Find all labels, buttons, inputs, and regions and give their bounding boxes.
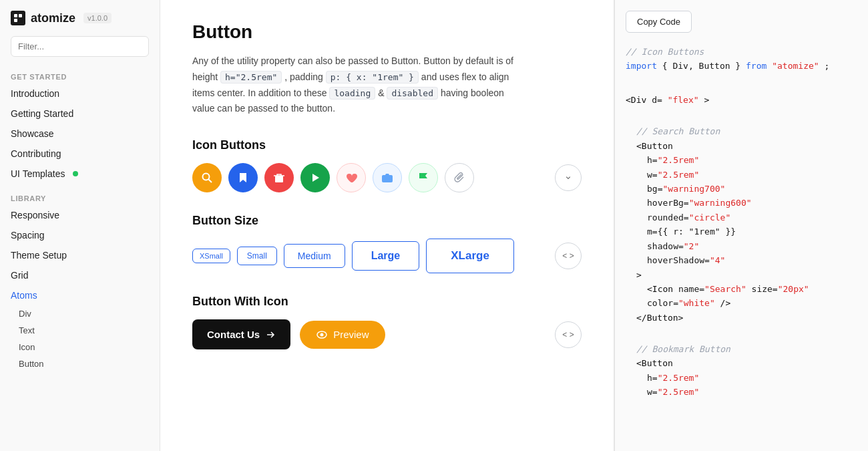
code-div-tag: <Div	[626, 95, 652, 105]
code-panel: Copy Code // Icon Buttons import { Div, …	[614, 0, 868, 451]
code-button-open: <Button	[636, 141, 673, 151]
svg-line-4	[209, 180, 212, 183]
size-btn-large[interactable]: Large	[352, 241, 420, 271]
icon-btn-search[interactable]	[192, 163, 222, 192]
sidebar-item-ui-templates[interactable]: UI Templates	[0, 164, 160, 184]
sidebar-item-contributing[interactable]: Contributing	[0, 144, 160, 164]
ui-templates-dot	[73, 171, 78, 176]
code-import-end: ;	[824, 61, 829, 71]
contact-us-button[interactable]: Contact Us	[192, 319, 290, 349]
code-comment-search: // Search Button	[636, 126, 720, 136]
arrow-right-icon	[265, 329, 276, 340]
code-shadow-attr: shadow=	[647, 241, 684, 251]
sidebar-item-introduction[interactable]: Introduction	[0, 84, 160, 104]
sidebar: atomize v1.0.0 GET STARTED Introduction …	[0, 0, 160, 451]
icon-btn-play[interactable]	[300, 163, 330, 192]
svg-rect-1	[19, 14, 22, 17]
logo-text: atomize	[31, 11, 75, 25]
size-btn-xsmall[interactable]: XSmall	[192, 249, 230, 263]
sidebar-item-responsive[interactable]: Responsive	[0, 205, 160, 225]
preview-button[interactable]: Preview	[300, 321, 385, 349]
copy-code-button[interactable]: Copy Code	[626, 11, 692, 33]
logo-area: atomize v1.0.0	[0, 11, 160, 36]
height-code: h="2.5rem"	[220, 71, 282, 84]
contact-btn-label: Contact Us	[207, 329, 260, 340]
icon-btn-heart[interactable]	[337, 163, 366, 192]
icon-buttons-title: Icon Buttons	[192, 138, 582, 152]
size-nav-label: < >	[562, 251, 574, 261]
code-comment-bookmark: // Bookmark Button	[636, 344, 730, 354]
loading-code: loading	[329, 87, 375, 100]
size-nav[interactable]: < >	[555, 243, 582, 269]
page-description: Any of the utility property can also be …	[192, 53, 526, 117]
button-icon-row: Contact Us Preview < >	[192, 319, 582, 349]
preview-btn-label: Preview	[333, 329, 369, 340]
sub-item-button[interactable]: Button	[0, 355, 160, 372]
sub-item-div[interactable]: Div	[0, 305, 160, 322]
section-label-get-started: GET STARTED	[0, 67, 160, 84]
code-w-attr: w=	[647, 170, 658, 180]
svg-point-10	[320, 333, 324, 336]
sidebar-item-getting-started[interactable]: Getting Started	[0, 104, 160, 124]
svg-rect-5	[275, 176, 283, 182]
page-title: Button	[192, 21, 582, 43]
icon-buttons-nav[interactable]	[555, 164, 582, 191]
main-content: Button Any of the utility property can a…	[160, 0, 614, 451]
code-import-string: "atomize"	[772, 61, 819, 71]
icon-btn-delete[interactable]	[264, 163, 294, 192]
code-import-mid: { Div, Button }	[662, 61, 746, 71]
version-badge: v1.0.0	[83, 13, 112, 23]
code-hoverbg-attr: hoverBg=	[647, 198, 689, 208]
code-import-keyword: import	[626, 61, 657, 71]
btn-icon-nav-label: < >	[562, 330, 574, 339]
size-btn-medium[interactable]: Medium	[284, 244, 345, 268]
code-hovershadow-attr: hoverShadow=	[647, 255, 710, 265]
icon-btn-paperclip[interactable]	[445, 163, 474, 192]
icon-btn-camera[interactable]	[373, 163, 402, 192]
sidebar-item-grid[interactable]: Grid	[0, 265, 160, 285]
sub-item-icon[interactable]: Icon	[0, 339, 160, 355]
svg-marker-6	[312, 174, 319, 182]
code-h-attr: h=	[647, 155, 658, 165]
svg-point-3	[203, 174, 210, 180]
code-comment-1: // Icon Buttons	[626, 47, 704, 57]
section-label-library: LIBRARY	[0, 189, 160, 205]
svg-rect-0	[14, 14, 17, 17]
svg-rect-2	[14, 19, 17, 22]
button-with-icon-title: Button With Icon	[192, 295, 582, 309]
btn-icon-nav[interactable]: < >	[555, 321, 582, 348]
button-size-row: XSmall Small Medium Large XLarge < >	[192, 239, 582, 273]
code-m-attr: m={{ r: "1rem" }}	[647, 227, 736, 237]
code-from-keyword: from	[746, 61, 767, 71]
sidebar-item-spacing[interactable]: Spacing	[0, 225, 160, 245]
sidebar-item-showcase[interactable]: Showcase	[0, 124, 160, 144]
code-div-attr: d=	[652, 95, 662, 105]
button-size-title: Button Size	[192, 214, 582, 228]
code-div-val: "flex"	[668, 95, 699, 105]
sidebar-item-theme-setup[interactable]: Theme Setup	[0, 245, 160, 265]
code-rounded-attr: rounded=	[647, 212, 689, 222]
eye-icon	[316, 329, 328, 341]
size-btn-small[interactable]: Small	[237, 247, 277, 265]
logo-icon	[11, 11, 25, 25]
sidebar-item-atoms[interactable]: Atoms	[0, 285, 160, 305]
filter-input[interactable]	[11, 36, 149, 57]
padding-code: p: { x: "1rem" }	[326, 71, 419, 84]
code-bg-attr: bg=	[647, 184, 662, 194]
sub-item-text[interactable]: Text	[0, 322, 160, 339]
icon-btn-flag[interactable]	[409, 163, 438, 192]
icon-buttons-row	[192, 163, 582, 192]
disabled-code: disabled	[387, 87, 438, 100]
icon-btn-bookmark[interactable]	[228, 163, 258, 192]
size-btn-xlarge[interactable]: XLarge	[426, 239, 514, 273]
